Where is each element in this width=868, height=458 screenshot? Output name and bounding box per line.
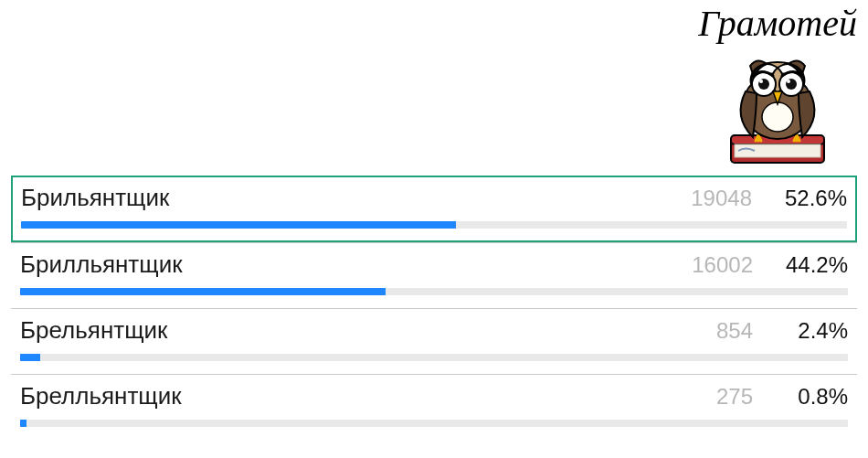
option-percent: 0.8%	[766, 384, 848, 410]
owl-on-book-icon	[718, 44, 837, 172]
option-percent: 52.6%	[765, 186, 847, 211]
brand-block: Грамотей	[698, 5, 857, 172]
option-percent: 2.4%	[766, 318, 848, 344]
results-list: Брильянтщик 19048 52.6% Брилльянтщик 160…	[11, 176, 857, 440]
option-count: 16002	[680, 252, 753, 278]
progress-bar	[20, 288, 848, 295]
progress-bar	[20, 354, 848, 361]
progress-fill	[20, 288, 386, 295]
svg-point-10	[787, 80, 790, 83]
option-label: Брельянтщик	[20, 316, 667, 345]
progress-bar	[20, 420, 848, 427]
option-count: 19048	[679, 186, 752, 211]
option-row[interactable]: Брельянтщик 854 2.4%	[11, 308, 857, 374]
svg-point-9	[759, 80, 763, 83]
option-percent: 44.2%	[766, 252, 848, 278]
option-row[interactable]: Брильянтщик 19048 52.6%	[11, 176, 857, 242]
option-row[interactable]: Брелльянтщик 275 0.8%	[11, 374, 857, 440]
option-label: Брильянтщик	[21, 184, 666, 212]
brand-title: Грамотей	[698, 5, 857, 42]
option-count: 854	[680, 318, 753, 344]
option-label: Брелльянтщик	[20, 382, 667, 410]
option-row[interactable]: Брилльянтщик 16002 44.2%	[11, 242, 857, 308]
progress-fill	[20, 420, 26, 427]
svg-point-4	[762, 102, 793, 132]
progress-bar	[21, 221, 847, 229]
progress-fill	[20, 354, 40, 361]
option-count: 275	[680, 384, 753, 410]
progress-fill	[21, 221, 456, 229]
svg-rect-2	[735, 144, 820, 157]
option-label: Брилльянтщик	[20, 250, 667, 279]
